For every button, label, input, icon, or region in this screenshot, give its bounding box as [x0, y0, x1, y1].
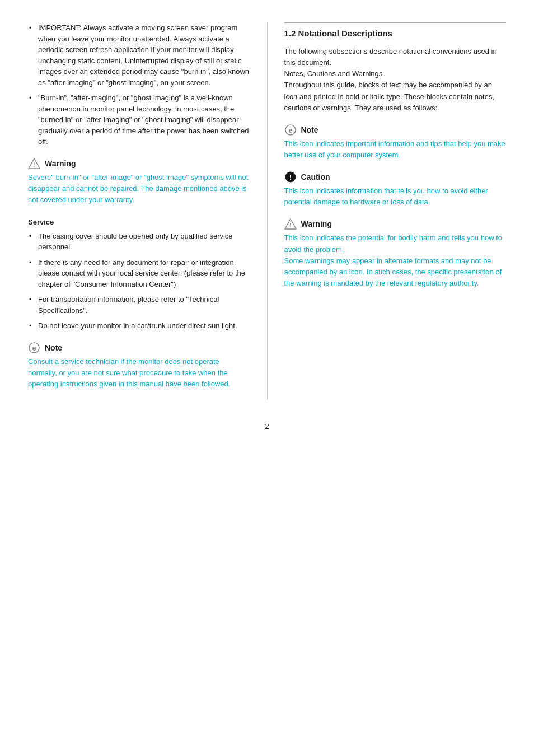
note-header-right: e Note	[284, 124, 507, 136]
warning-text-right: This icon indicates the potential for bo…	[284, 232, 507, 289]
warning-header-right: ! Warning	[284, 218, 507, 230]
service-item-1: The casing cover should be opened only b…	[28, 231, 250, 253]
note-icon-1: e	[28, 342, 40, 354]
note-box-1: e Note Consult a service technician if t…	[28, 342, 250, 390]
right-column: 1.2 Notational Descriptions The followin…	[267, 22, 507, 400]
service-title: Service	[28, 218, 250, 226]
bullet-list-1: IMPORTANT: Always activate a moving scre…	[28, 22, 250, 147]
list-item-1: IMPORTANT: Always activate a moving scre…	[28, 22, 250, 88]
list-item-2: "Burn-in", "after-imaging", or "ghost im…	[28, 92, 250, 147]
warning-icon-right: !	[284, 218, 297, 230]
warning-icon-1: !	[28, 157, 40, 170]
svg-text:e: e	[288, 125, 292, 134]
note-title-1: Note	[45, 343, 62, 352]
service-item-3: For transportation information, please r…	[28, 294, 250, 316]
intro-text: The following subsections describe notat…	[284, 46, 507, 114]
left-column: IMPORTANT: Always activate a moving scre…	[28, 22, 250, 400]
note-text-right: This icon indicates important informatio…	[284, 138, 507, 161]
caution-header-right: ! Caution	[284, 171, 507, 183]
service-item-4: Do not leave your monitor in a car/trunk…	[28, 320, 250, 332]
svg-text:!: !	[289, 173, 291, 181]
warning-title-right: Warning	[301, 220, 332, 228]
caution-text-right: This icon indicates information that tel…	[284, 185, 507, 208]
svg-text:!: !	[33, 162, 35, 168]
caution-icon-right: !	[284, 171, 297, 183]
svg-text:!: !	[289, 222, 291, 228]
warning-box-1: ! Warning Severe" burn-in" or "after-ima…	[28, 157, 250, 206]
warning-header-1: ! Warning	[28, 157, 250, 170]
warning-title-1: Warning	[45, 159, 76, 168]
heading-line	[284, 22, 507, 23]
svg-text:e: e	[32, 343, 36, 352]
warning-text-1: Severe" burn-in" or "after-image" or "gh…	[28, 172, 250, 206]
service-item-2: If there is any need for any document fo…	[28, 257, 250, 290]
warning-box-right: ! Warning This icon indicates the potent…	[284, 218, 507, 289]
service-list: The casing cover should be opened only b…	[28, 231, 250, 332]
note-text-1: Consult a service technician if the moni…	[28, 356, 250, 390]
section-heading: 1.2 Notational Descriptions	[284, 29, 507, 38]
service-section: Service The casing cover should be opene…	[28, 218, 250, 332]
note-icon-right: e	[284, 124, 297, 136]
caution-box-right: ! Caution This icon indicates informatio…	[284, 171, 507, 208]
caution-title-right: Caution	[301, 172, 330, 181]
note-header-1: e Note	[28, 342, 250, 354]
note-title-right: Note	[301, 125, 318, 134]
page-number: 2	[28, 422, 506, 431]
note-box-right: e Note This icon indicates important inf…	[284, 124, 507, 161]
